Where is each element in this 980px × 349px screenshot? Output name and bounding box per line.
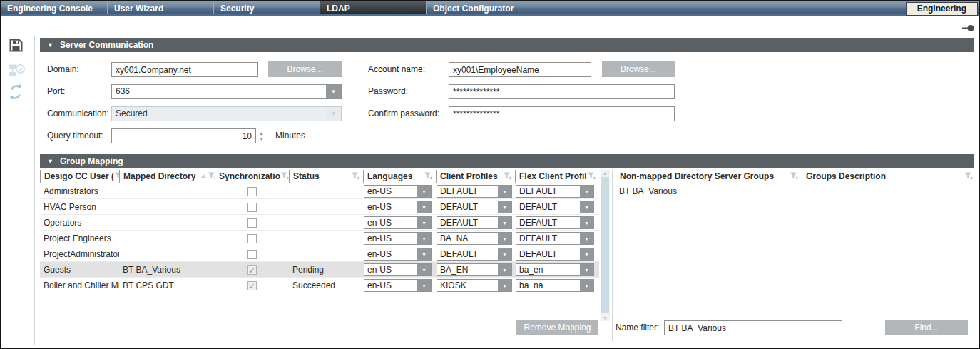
chevron-down-icon[interactable]: ▼ [326, 85, 341, 98]
scroll-up-icon[interactable]: ▲ [601, 171, 610, 176]
network-check-icon[interactable] [9, 63, 26, 81]
column-header-synchronizatio[interactable]: Synchronizatio [215, 170, 289, 183]
tab-ldap[interactable]: LDAP [320, 1, 426, 14]
language-dropdown[interactable]: en-US▼ [364, 279, 432, 292]
flex-client-profile-dropdown[interactable]: ba_en▼ [516, 263, 594, 276]
column-header-status[interactable]: Status [289, 170, 363, 183]
chevron-down-icon[interactable]: ▼ [580, 233, 593, 244]
confirm-password-input[interactable] [449, 106, 675, 121]
collapse-icon[interactable]: ▼ [47, 38, 53, 52]
client-profile-dropdown[interactable]: BA_NA▼ [437, 232, 512, 245]
table-row[interactable]: ProjectAdministratorsen-US▼DEFAULT▼DEFAU… [40, 246, 599, 262]
language-dropdown[interactable]: en-US▼ [364, 248, 432, 261]
name-filter-input[interactable] [664, 320, 842, 335]
filter-icon[interactable] [208, 171, 215, 182]
chevron-down-icon[interactable]: ▼ [580, 186, 593, 197]
tab-engineering-console[interactable]: Engineering Console [1, 1, 107, 14]
filter-icon[interactable] [114, 171, 119, 182]
table-row[interactable]: Operatorsen-US▼DEFAULT▼DEFAULT▼ [40, 215, 599, 231]
flex-client-profile-dropdown[interactable]: DEFAULT▼ [516, 216, 594, 229]
spinner-down-icon[interactable]: ▼ [257, 136, 265, 142]
sync-checkbox[interactable] [247, 187, 257, 196]
chevron-down-icon[interactable]: ▼ [498, 280, 511, 291]
column-header-client-profiles[interactable]: Client Profiles [436, 170, 515, 183]
table-row[interactable]: Administratorsen-US▼DEFAULT▼DEFAULT▼ [40, 183, 599, 199]
filter-icon[interactable] [503, 171, 512, 182]
engineering-mode-button[interactable]: Engineering [906, 2, 978, 16]
collapse-icon[interactable]: ▼ [47, 154, 53, 168]
chevron-down-icon[interactable]: ▼ [580, 264, 593, 275]
chevron-down-icon[interactable]: ▼ [417, 217, 431, 228]
pin-icon[interactable] [962, 22, 974, 35]
column-header-groups-description[interactable]: Groups Description [802, 170, 976, 183]
sync-checkbox[interactable] [247, 234, 257, 243]
filter-icon[interactable] [424, 171, 433, 182]
client-profile-dropdown[interactable]: DEFAULT▼ [437, 201, 512, 213]
language-dropdown[interactable]: en-US▼ [364, 185, 432, 198]
chevron-down-icon[interactable]: ▼ [417, 248, 431, 260]
language-dropdown[interactable]: en-US▼ [364, 216, 432, 229]
chevron-down-icon[interactable]: ▼ [417, 201, 431, 213]
remove-mapping-button[interactable]: Remove Mapping [516, 320, 598, 335]
chevron-down-icon[interactable]: ▼ [498, 248, 511, 260]
password-input[interactable] [449, 84, 675, 99]
chevron-down-icon[interactable]: ▼ [580, 280, 593, 291]
language-dropdown[interactable]: en-US▼ [364, 201, 432, 213]
sync-checkbox[interactable]: ✓ [247, 281, 257, 290]
scrollbar-thumb[interactable] [601, 177, 609, 313]
sync-checkbox[interactable] [247, 250, 257, 259]
chevron-down-icon[interactable]: ▼ [498, 264, 511, 275]
table-row[interactable]: GuestsBT BA_Various✓Pendingen-US▼BA_EN▼b… [40, 262, 599, 278]
sync-checkbox[interactable]: ✓ [247, 265, 257, 275]
column-header-desigo-cc-user[interactable]: Desigo CC User ( [40, 170, 119, 183]
communication-dropdown[interactable]: Secured▼ [111, 106, 342, 121]
port-dropdown[interactable]: 636▼ [111, 84, 342, 99]
chevron-down-icon[interactable]: ▼ [498, 217, 511, 228]
chevron-down-icon[interactable]: ▼ [580, 217, 593, 228]
column-header-mapped-directory[interactable]: Mapped Directory [119, 170, 215, 183]
domain-browse-button[interactable]: Browse... [268, 61, 342, 77]
chevron-down-icon[interactable]: ▼ [498, 233, 511, 244]
non-mapped-group-row[interactable]: BT BA_Various [616, 183, 976, 199]
client-profile-dropdown[interactable]: DEFAULT▼ [437, 216, 512, 229]
chevron-down-icon[interactable]: ▼ [498, 186, 511, 197]
account-browse-button[interactable]: Browse... [602, 61, 675, 77]
query-timeout-input[interactable] [111, 128, 256, 143]
tab-object-configurator[interactable]: Object Configurator [426, 1, 532, 14]
chevron-down-icon[interactable]: ▼ [417, 233, 431, 244]
filter-icon[interactable] [351, 171, 360, 182]
find-button[interactable]: Find... [885, 320, 968, 335]
table-row[interactable]: Boiler and Chiller MngBT CPS GDT✓Succeed… [40, 278, 599, 293]
flex-client-profile-dropdown[interactable]: DEFAULT▼ [516, 248, 594, 261]
client-profile-dropdown[interactable]: BA_EN▼ [437, 263, 512, 276]
filter-icon[interactable] [790, 171, 799, 182]
column-header-flex-client-profil[interactable]: Flex Client Profil [515, 170, 599, 183]
client-profile-dropdown[interactable]: DEFAULT▼ [437, 248, 512, 261]
chevron-down-icon[interactable]: ▼ [498, 201, 511, 213]
chevron-down-icon[interactable]: ▼ [417, 264, 431, 275]
column-header-non-mapped-directory-server-groups[interactable]: Non-mapped Directory Server Groups [616, 170, 802, 183]
account-name-input[interactable] [449, 62, 591, 77]
table-row[interactable]: HVAC Personen-US▼DEFAULT▼DEFAULT▼ [40, 199, 599, 215]
sync-checkbox[interactable] [247, 218, 257, 228]
tab-security[interactable]: Security [213, 1, 320, 14]
column-header-languages[interactable]: Languages [363, 170, 436, 183]
language-dropdown[interactable]: en-US▼ [364, 263, 432, 276]
sync-checkbox[interactable] [247, 203, 257, 212]
save-icon[interactable] [9, 38, 24, 56]
flex-client-profile-dropdown[interactable]: DEFAULT▼ [516, 232, 594, 245]
chevron-down-icon[interactable]: ▼ [417, 280, 431, 291]
chevron-down-icon[interactable]: ▼ [580, 248, 593, 260]
flex-client-profile-dropdown[interactable]: DEFAULT▼ [516, 201, 594, 213]
refresh-icon[interactable] [9, 84, 23, 103]
vertical-scrollbar[interactable]: ▲ ▼ [601, 170, 610, 321]
flex-client-profile-dropdown[interactable]: ba_na▼ [516, 279, 594, 292]
client-profile-dropdown[interactable]: KIOSK▼ [437, 279, 512, 292]
client-profile-dropdown[interactable]: DEFAULT▼ [437, 185, 512, 198]
tab-user-wizard[interactable]: User Wizard [107, 1, 213, 14]
domain-input[interactable] [111, 62, 258, 77]
query-timeout-stepper[interactable]: ▲▼ [257, 128, 265, 143]
filter-icon[interactable] [964, 171, 974, 182]
spinner-up-icon[interactable]: ▲ [257, 131, 265, 136]
scroll-down-icon[interactable]: ▼ [601, 315, 610, 320]
